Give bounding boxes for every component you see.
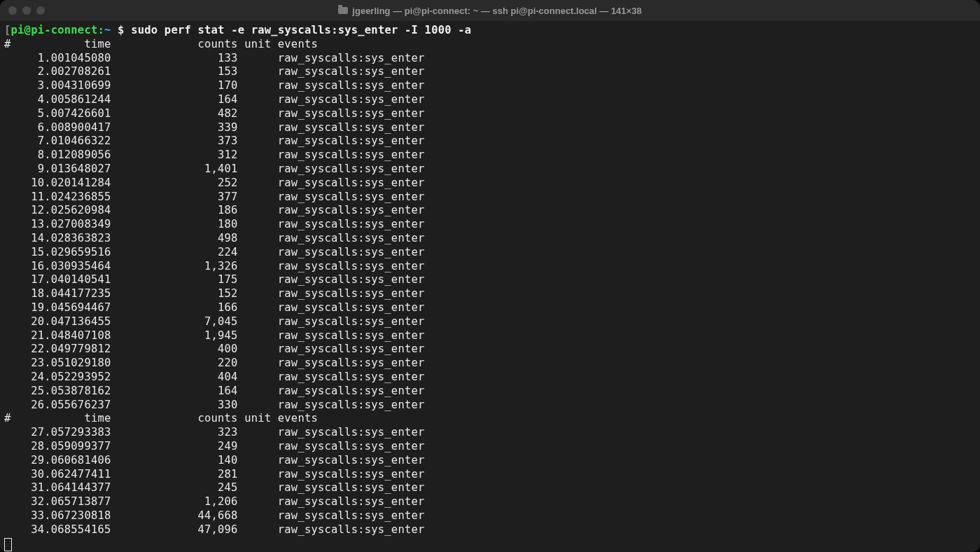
prompt-host: pi@pi-connect (11, 24, 98, 36)
prompt-line: [pi@pi-connect:~ $ sudo perf stat -e raw… (4, 24, 471, 36)
command-text: sudo perf stat -e raw_syscalls:sys_enter… (131, 24, 471, 36)
titlebar[interactable]: jgeerling — pi@pi-connect: ~ — ssh pi@pi… (0, 0, 980, 21)
prompt-symbol: $ (118, 24, 125, 36)
folder-icon (338, 7, 348, 14)
terminal-body[interactable]: [pi@pi-connect:~ $ sudo perf stat -e raw… (0, 21, 980, 552)
terminal-output: # time counts unit events 1.001045080 13… (4, 38, 425, 536)
window-title: jgeerling — pi@pi-connect: ~ — ssh pi@pi… (0, 6, 980, 16)
cursor (4, 538, 12, 551)
window-title-text: jgeerling — pi@pi-connect: ~ — ssh pi@pi… (352, 6, 641, 16)
prompt-cwd: ~ (104, 24, 111, 36)
terminal-window: jgeerling — pi@pi-connect: ~ — ssh pi@pi… (0, 0, 980, 552)
